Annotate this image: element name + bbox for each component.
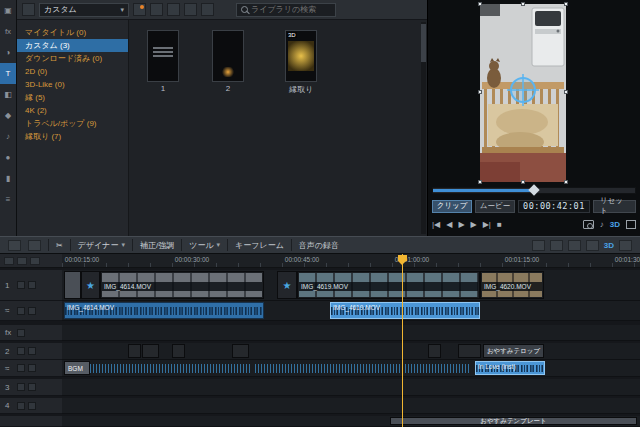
category-item[interactable]: 縁 (5)	[17, 91, 128, 104]
preview-timecode[interactable]: 00:00:42:01	[518, 200, 590, 213]
track-lane[interactable]: ★ IMG_4614.MOV ★ IMG_4619.MOV IMG_4620.M…	[62, 270, 640, 301]
track-lane[interactable]: BGM In Love (inst)	[62, 360, 640, 377]
category-item[interactable]: トラベル/ポップ (9)	[17, 117, 128, 130]
video-clip[interactable]: IMG_4620.MOV	[480, 271, 544, 299]
track-enable-icon[interactable]	[17, 329, 25, 337]
list-view-icon[interactable]	[184, 3, 197, 16]
keyframe-button[interactable]: キーフレーム	[235, 240, 284, 251]
track-lock-icon[interactable]	[28, 402, 36, 410]
video-clip[interactable]: IMG_4619.MOV	[297, 271, 480, 299]
track-lane[interactable]: おやすみテロップ	[62, 343, 640, 360]
selection-handle[interactable]	[564, 90, 568, 94]
grid-view-icon[interactable]	[167, 3, 180, 16]
track-enable-icon[interactable]	[17, 383, 25, 391]
designer-button[interactable]: デザイナー ▾	[78, 240, 125, 251]
seek-handle[interactable]	[528, 184, 539, 195]
title-thumbnail[interactable]	[212, 30, 244, 82]
selection-handle[interactable]	[478, 2, 482, 6]
stop-button[interactable]: ■	[497, 221, 502, 229]
category-item-selected[interactable]: カスタム (3)	[17, 39, 128, 52]
selection-handle[interactable]	[521, 180, 525, 184]
audio-clip-selected[interactable]: In Love (inst)	[475, 361, 545, 375]
audio-waveform-strip[interactable]	[90, 364, 250, 373]
mini-clip[interactable]	[172, 344, 185, 358]
title-clip[interactable]: おやすみテロップ	[483, 344, 544, 358]
tab-movie-preview[interactable]: ムービー	[475, 200, 515, 213]
track-lock-icon[interactable]	[28, 307, 36, 315]
transition-clip[interactable]: ★	[81, 271, 100, 299]
render-preview-icon[interactable]	[532, 240, 545, 251]
history-back-icon[interactable]	[22, 3, 35, 16]
preview-video[interactable]	[480, 4, 566, 182]
transition-clip[interactable]: ★	[277, 271, 297, 299]
import-media-icon[interactable]	[150, 3, 163, 16]
audio-mixing-room-icon[interactable]: ♪	[0, 126, 16, 147]
category-item[interactable]: マイタイトル (0)	[17, 26, 128, 39]
bgm-clip[interactable]: BGM	[64, 361, 90, 375]
track-lock-icon[interactable]	[28, 383, 36, 391]
previous-clip-button[interactable]: |◀	[432, 221, 440, 229]
record-voiceover-button[interactable]: 音声の録音	[299, 240, 339, 251]
particle-room-icon[interactable]: ◆	[0, 105, 16, 126]
effect-room-icon[interactable]: fx	[0, 21, 16, 42]
audio-clip-selected[interactable]: IMG_4619.MOV	[330, 302, 480, 319]
selection-handle[interactable]	[478, 180, 482, 184]
mini-clip[interactable]	[128, 344, 141, 358]
subtitle-room-icon[interactable]: ≡	[0, 189, 16, 210]
playhead-handle[interactable]	[398, 255, 407, 261]
chapter-room-icon[interactable]: ▮	[0, 168, 16, 189]
track-lane[interactable]: おやすみテンプレート	[62, 416, 640, 427]
selection-handle[interactable]	[478, 90, 482, 94]
snapshot-icon[interactable]	[583, 220, 594, 229]
fullscreen-icon[interactable]	[626, 220, 636, 229]
track-lane[interactable]	[62, 379, 640, 396]
tools-button[interactable]: ツール ▾	[189, 240, 220, 251]
selection-handle[interactable]	[521, 2, 525, 6]
timeline-function-icon[interactable]	[28, 240, 41, 251]
mini-clip[interactable]	[458, 344, 481, 358]
download-content-icon[interactable]	[133, 3, 146, 16]
track-enable-icon[interactable]	[17, 281, 25, 289]
threed-toggle[interactable]: 3D	[610, 220, 620, 229]
track-lock-icon[interactable]	[28, 364, 36, 372]
audio-clip[interactable]: IMG_4614.MOV	[64, 302, 264, 319]
track-lane[interactable]	[62, 398, 640, 414]
media-room-icon[interactable]: ▣	[0, 0, 16, 21]
next-clip-button[interactable]: ▶|	[483, 221, 491, 229]
template-clip[interactable]: おやすみテンプレート	[390, 417, 637, 425]
preview-seek-bar[interactable]	[432, 187, 636, 194]
category-item[interactable]: 4K (2)	[17, 104, 128, 117]
track-enable-icon[interactable]	[17, 402, 25, 410]
split-clip-button[interactable]: ✂	[56, 241, 63, 250]
track-manager-icon[interactable]	[8, 240, 21, 251]
voiceover-room-icon[interactable]: ●	[0, 147, 16, 168]
fix-enhance-button[interactable]: 補正/強調	[140, 240, 174, 251]
selection-handle[interactable]	[564, 2, 568, 6]
sort-icon[interactable]	[201, 3, 214, 16]
title-thumbnail[interactable]: 3D	[285, 30, 317, 82]
library-scrollbar-thumb[interactable]	[421, 24, 426, 62]
category-item[interactable]: ダウンロード済み (0)	[17, 52, 128, 65]
video-clip[interactable]: IMG_4614.MOV	[100, 271, 264, 299]
reset-button[interactable]: リセット	[593, 200, 636, 213]
produce-range-icon[interactable]	[550, 240, 563, 251]
transition-room-icon[interactable]: ◧	[0, 84, 16, 105]
category-item[interactable]: 2D (0)	[17, 65, 128, 78]
rewind-button[interactable]: ◀	[446, 221, 452, 229]
play-button[interactable]: ▶	[458, 221, 464, 229]
category-item[interactable]: 縁取り (7)	[17, 130, 128, 143]
timeline-ruler[interactable]: 00:00:15:00 00:00:30:00 00:00:45:00 00:0…	[62, 254, 640, 268]
undo-icon[interactable]	[568, 240, 581, 251]
storyboard-view-icon[interactable]	[619, 240, 632, 251]
track-enable-icon[interactable]	[17, 364, 25, 372]
selection-handle[interactable]	[564, 180, 568, 184]
snap-magnet-icon[interactable]	[30, 257, 40, 265]
playhead[interactable]	[402, 254, 403, 427]
track-enable-icon[interactable]	[17, 347, 25, 355]
library-search-input[interactable]	[251, 5, 331, 14]
track-lane[interactable]: IMG_4614.MOV IMG_4619.MOV	[62, 301, 640, 321]
threed-timeline-toggle[interactable]: 3D	[604, 241, 614, 250]
audio-waveform-strip[interactable]	[255, 364, 470, 373]
track-lane[interactable]	[62, 325, 640, 341]
mini-clip[interactable]	[142, 344, 159, 358]
